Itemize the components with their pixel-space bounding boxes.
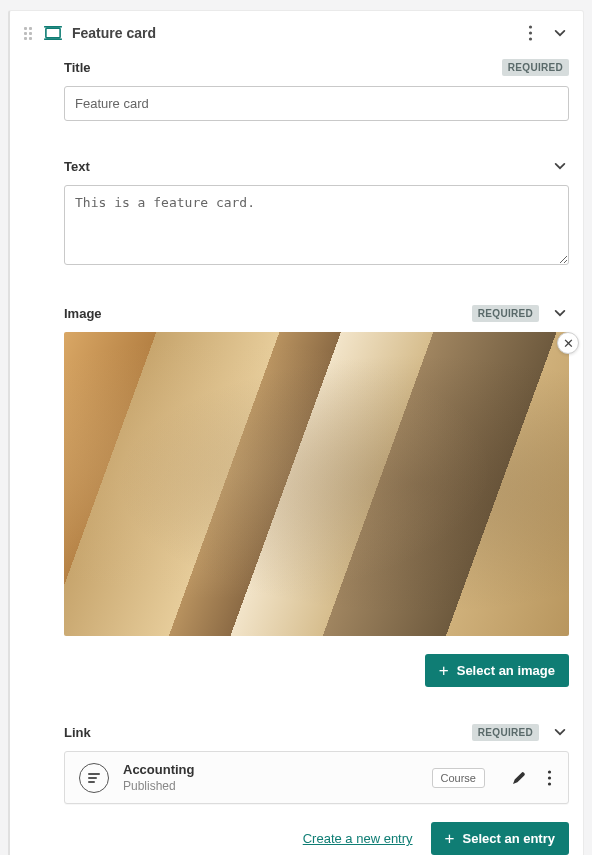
more-actions-button[interactable]: [526, 23, 535, 43]
field-image: Image REQUIRED ✕ +: [64, 304, 569, 687]
close-icon: ✕: [563, 336, 574, 351]
collapse-button[interactable]: [551, 24, 569, 42]
select-entry-button[interactable]: + Select an entry: [431, 822, 569, 855]
field-link: Link REQUIRED Accounting Published: [64, 723, 569, 855]
title-input[interactable]: [64, 86, 569, 121]
chevron-down-icon: [553, 26, 567, 40]
image-preview[interactable]: [64, 332, 569, 636]
field-title: Title REQUIRED: [64, 59, 569, 121]
entry-more-button[interactable]: [545, 768, 554, 788]
svg-point-4: [529, 31, 532, 34]
block-header: Feature card: [24, 19, 569, 59]
collapse-button[interactable]: [551, 304, 569, 322]
field-text: Text: [64, 157, 569, 268]
drag-handle-icon[interactable]: [24, 25, 34, 41]
pencil-icon: [511, 770, 527, 786]
button-label: Select an image: [457, 663, 555, 678]
content-type-icon: [44, 25, 62, 41]
chevron-down-icon: [553, 725, 567, 739]
chevron-down-icon: [553, 159, 567, 173]
required-badge: REQUIRED: [502, 59, 569, 76]
svg-rect-0: [46, 28, 60, 38]
text-textarea[interactable]: [64, 185, 569, 265]
collapse-button[interactable]: [551, 723, 569, 741]
block-title: Feature card: [72, 25, 516, 41]
svg-point-5: [529, 37, 532, 40]
chevron-down-icon: [553, 306, 567, 320]
linked-entry-card[interactable]: Accounting Published Course: [64, 751, 569, 804]
required-badge: REQUIRED: [472, 724, 539, 741]
remove-image-button[interactable]: ✕: [557, 332, 579, 354]
svg-point-8: [548, 782, 551, 785]
entry-type-tag: Course: [432, 768, 485, 788]
field-label: Title: [64, 60, 91, 75]
collapse-button[interactable]: [551, 157, 569, 175]
kebab-icon: [547, 770, 552, 786]
edit-entry-button[interactable]: [509, 768, 529, 788]
entry-status: Published: [123, 779, 418, 793]
field-label: Image: [64, 306, 102, 321]
entry-type-icon: [79, 763, 109, 793]
select-image-button[interactable]: + Select an image: [425, 654, 569, 687]
kebab-icon: [528, 25, 533, 41]
field-label: Link: [64, 725, 91, 740]
plus-icon: +: [439, 662, 449, 679]
svg-point-3: [529, 25, 532, 28]
feature-card-block: Feature card Title REQUIRED: [8, 10, 584, 855]
svg-point-6: [548, 770, 551, 773]
required-badge: REQUIRED: [472, 305, 539, 322]
field-label: Text: [64, 159, 90, 174]
entry-title: Accounting: [123, 762, 418, 777]
button-label: Select an entry: [463, 831, 556, 846]
create-entry-link[interactable]: Create a new entry: [303, 831, 413, 846]
plus-icon: +: [445, 830, 455, 847]
svg-point-7: [548, 776, 551, 779]
